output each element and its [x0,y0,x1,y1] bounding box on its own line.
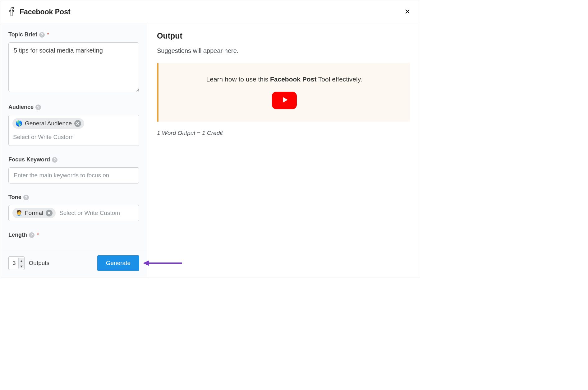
youtube-play-button[interactable] [272,92,297,109]
keyword-group: Focus Keyword ? [8,156,139,183]
stepper-down[interactable] [19,263,24,268]
help-icon[interactable]: ? [39,32,45,38]
facebook-post-modal: Facebook Post Topic Brief ? * [1,1,420,277]
play-icon [280,96,289,105]
help-icon[interactable]: ? [52,157,57,163]
help-icon[interactable]: ? [35,104,41,110]
length-label-row: Length ? * [8,232,139,238]
remove-chip-button[interactable] [46,210,53,216]
stepper-up[interactable] [19,258,24,263]
header: Facebook Post [1,1,420,23]
person-icon: 🧑‍💼 [16,210,22,216]
generate-button[interactable]: Generate [97,255,139,271]
audience-label-row: Audience ? [8,104,139,110]
tutorial-banner: Learn how to use this Facebook Post Tool… [157,63,410,122]
audience-label: Audience [8,104,34,110]
topic-textarea[interactable] [8,42,139,92]
length-label: Length [8,232,27,238]
keyword-label: Focus Keyword [8,156,50,163]
remove-chip-button[interactable] [74,120,81,127]
outputs-stepper[interactable]: 3 [8,256,25,270]
tone-tagbox[interactable]: 🧑‍💼 Formal [8,205,139,221]
audience-input[interactable] [12,132,135,142]
required-indicator: * [47,32,49,38]
output-panel: Output Suggestions will appear here. Lea… [147,23,420,277]
tone-chip-label: Formal [25,210,43,216]
close-icon [404,12,411,16]
keyword-input[interactable] [8,167,139,183]
chevron-up-icon [20,258,23,263]
topic-group: Topic Brief ? * [8,31,139,93]
topic-label: Topic Brief [8,31,37,38]
tone-label: Tone [8,194,21,201]
tone-group: Tone ? 🧑‍💼 Formal [8,194,139,221]
output-subtitle: Suggestions will appear here. [157,47,410,54]
form-scroll: Topic Brief ? * Audience ? 🌎 General [1,23,147,249]
credit-note: 1 Word Output = 1 Credit [157,130,410,137]
close-button[interactable] [402,7,412,17]
tone-label-row: Tone ? [8,194,139,201]
audience-chip: 🌎 General Audience [12,118,84,129]
topic-label-row: Topic Brief ? * [8,31,139,38]
audience-group: Audience ? 🌎 General Audience [8,104,139,146]
page-title: Facebook Post [20,8,397,16]
keyword-label-row: Focus Keyword ? [8,156,139,163]
length-group: Length ? * [8,232,139,238]
banner-text: Learn how to use this Facebook Post Tool… [168,76,401,83]
form-panel: Topic Brief ? * Audience ? 🌎 General [1,23,147,277]
outputs-label: Outputs [29,260,50,267]
help-icon[interactable]: ? [23,195,29,200]
stepper-buttons [18,258,24,268]
tone-input[interactable] [59,208,135,218]
body: Topic Brief ? * Audience ? 🌎 General [1,23,420,277]
outputs-value: 3 [9,257,18,270]
output-title: Output [157,31,410,40]
chevron-down-icon [20,263,23,269]
required-indicator: * [37,232,39,238]
audience-tagbox[interactable]: 🌎 General Audience [8,115,139,146]
help-icon[interactable]: ? [29,232,34,238]
facebook-icon [8,7,15,17]
form-footer: 3 Outputs Generate [1,249,147,277]
globe-icon: 🌎 [16,120,22,127]
tone-chip: 🧑‍💼 Formal [12,208,56,218]
audience-chip-label: General Audience [25,120,72,127]
